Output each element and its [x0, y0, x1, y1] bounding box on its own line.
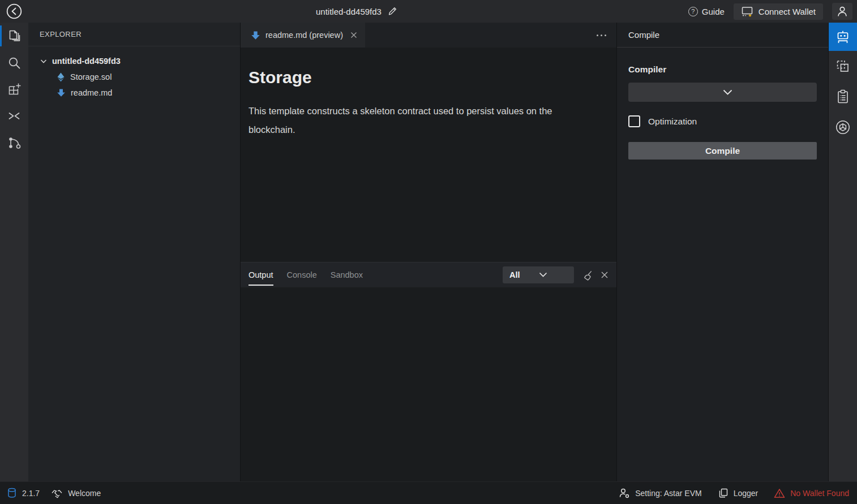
- main-area: EXPLORER untitled-dd459fd3: [0, 23, 857, 481]
- compile-panel-title: Compile: [617, 23, 828, 48]
- compiler-select[interactable]: [628, 83, 817, 102]
- tab-readme-preview[interactable]: readme.md (preview): [241, 23, 365, 48]
- sidebar-item-source-control[interactable]: [0, 129, 28, 156]
- handshake-icon: [51, 488, 63, 498]
- markdown-arrow-icon: [251, 31, 260, 40]
- clipboard-icon: [835, 89, 851, 105]
- search-icon: [7, 55, 22, 70]
- chevron-down-icon[interactable]: [40, 57, 48, 65]
- page-title: Storage: [248, 68, 603, 87]
- wallet-warning: No Wallet Found: [774, 488, 849, 498]
- explorer-panel: EXPLORER untitled-dd459fd3: [28, 23, 241, 481]
- welcome-label: Welcome: [68, 489, 101, 498]
- openai-icon: [835, 119, 851, 135]
- sidebar-item-search[interactable]: [0, 49, 28, 76]
- version-label: 2.1.7: [22, 489, 40, 498]
- connect-wallet-button[interactable]: Connect Wallet: [734, 3, 823, 20]
- version-indicator: 2.1.7: [7, 488, 40, 498]
- app-window: untitled-dd459fd3 ? Guide: [0, 0, 857, 504]
- optimization-checkbox[interactable]: [628, 115, 640, 127]
- wallet-monitor-icon: [741, 6, 753, 17]
- explorer-header: EXPLORER: [28, 23, 240, 46]
- back-icon: [6, 3, 23, 20]
- back-button[interactable]: [0, 3, 28, 20]
- bottom-panel-header: Output Console Sandbox All: [241, 262, 616, 287]
- file-name: Storage.sol: [70, 72, 112, 81]
- page-paragraph: This template constructs a skeleton cont…: [248, 102, 601, 139]
- robot-icon: [835, 29, 851, 45]
- compile-panel: Compile Compiler Optimization Compile: [616, 23, 828, 481]
- file-tree: untitled-dd459fd3 Storage.sol: [28, 46, 240, 101]
- tab-label: readme.md (preview): [265, 31, 343, 40]
- logger-label: Logger: [734, 489, 759, 498]
- titlebar: untitled-dd459fd3 ? Guide: [0, 0, 857, 23]
- editor-group: readme.md (preview) Storage This templat…: [241, 23, 616, 481]
- setting-label: Setting: Astar EVM: [635, 489, 702, 498]
- avatar[interactable]: [832, 3, 852, 20]
- broom-icon[interactable]: [581, 269, 593, 281]
- question-circle-icon: ?: [688, 7, 698, 16]
- sidebar-item-plugin-manager[interactable]: [0, 76, 28, 102]
- tab-output[interactable]: Output: [248, 262, 273, 287]
- compile-button[interactable]: Compile: [628, 142, 817, 160]
- output-panel-body: [241, 287, 616, 481]
- close-icon[interactable]: [601, 271, 609, 279]
- grid-plus-icon: [7, 82, 22, 97]
- sidebar-item-ports[interactable]: [0, 102, 28, 129]
- filter-value: All: [509, 270, 539, 279]
- more-actions-icon[interactable]: [597, 35, 606, 36]
- markdown-preview: Storage This template constructs a skele…: [241, 48, 616, 262]
- output-filter-select[interactable]: All: [503, 266, 574, 283]
- chevron-down-icon: [539, 272, 568, 278]
- connect-wallet-label: Connect Wallet: [759, 7, 816, 16]
- logger-item[interactable]: Logger: [718, 488, 759, 498]
- editor-tabbar: readme.md (preview): [241, 23, 616, 48]
- sidebar-item-explorer[interactable]: [0, 23, 28, 49]
- panel-item-scan-report[interactable]: [829, 81, 857, 112]
- git-branch-icon: [7, 135, 22, 150]
- guide-button[interactable]: ? Guide: [688, 7, 725, 16]
- file-name: readme.md: [71, 88, 112, 97]
- person-icon: [836, 5, 849, 18]
- chevron-down-icon: [723, 89, 811, 96]
- activity-bar-left: [0, 23, 28, 481]
- folder-name: untitled-dd459fd3: [52, 57, 121, 66]
- openai-assistant-item[interactable]: [829, 112, 857, 143]
- tab-sandbox[interactable]: Sandbox: [331, 262, 363, 287]
- tree-folder-row[interactable]: untitled-dd459fd3: [28, 53, 240, 69]
- warning-triangle-icon: [774, 488, 785, 498]
- project-title: untitled-dd459fd3: [316, 7, 382, 16]
- optimization-label: Optimization: [648, 117, 697, 127]
- wallet-warning-label: No Wallet Found: [790, 489, 849, 498]
- deploy-squares-icon: [835, 58, 851, 74]
- tree-file-row[interactable]: Storage.sol: [28, 69, 240, 85]
- ethereum-icon: [57, 72, 65, 82]
- welcome-item[interactable]: Welcome: [51, 488, 101, 498]
- collapse-icon: [7, 109, 22, 123]
- copy-pages-icon: [718, 488, 729, 498]
- tree-file-row[interactable]: readme.md: [28, 85, 240, 101]
- setting-item[interactable]: Setting: Astar EVM: [619, 488, 702, 498]
- markdown-arrow-icon: [57, 88, 66, 97]
- panel-item-compile[interactable]: [829, 23, 857, 51]
- close-icon[interactable]: [350, 32, 357, 38]
- statusbar: 2.1.7 Welcome: [0, 481, 857, 504]
- panel-item-deploy[interactable]: [829, 51, 857, 81]
- files-icon: [7, 28, 22, 44]
- compiler-label: Compiler: [628, 64, 817, 75]
- tab-console[interactable]: Console: [287, 262, 317, 287]
- edit-pencil-icon[interactable]: [387, 6, 397, 16]
- person-gear-icon: [619, 488, 630, 498]
- guide-label: Guide: [702, 7, 725, 16]
- activity-bar-right: [828, 23, 857, 481]
- database-icon: [7, 488, 17, 498]
